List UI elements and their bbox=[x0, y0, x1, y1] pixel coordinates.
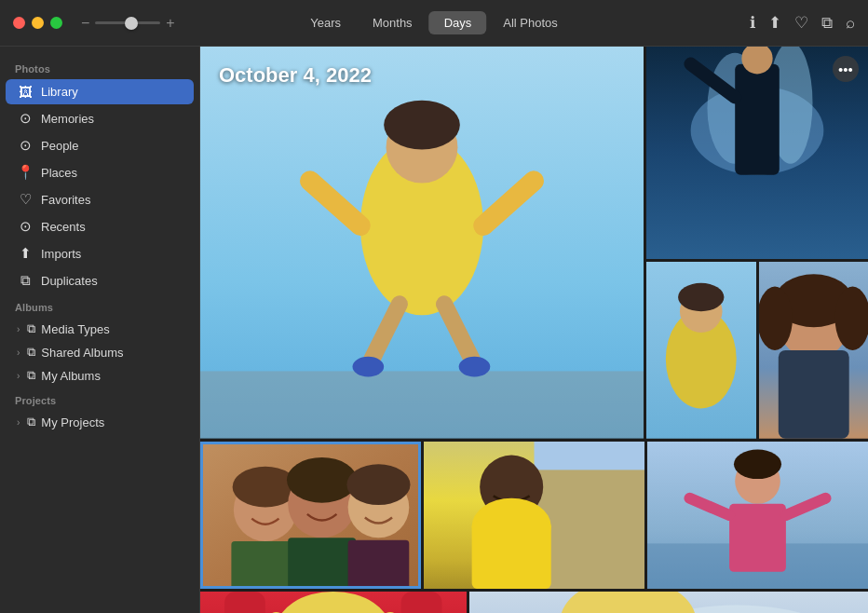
photo-group-selfie bbox=[200, 442, 421, 589]
sidebar-item-people[interactable]: ⊙ People bbox=[6, 132, 194, 158]
photo-cell-woman-dancing[interactable] bbox=[647, 442, 868, 589]
photo-woman-blonde-braids bbox=[469, 592, 868, 613]
imports-icon: ⬆ bbox=[17, 245, 34, 262]
sidebar-item-recents[interactable]: ⊙ Recents bbox=[6, 213, 194, 239]
sidebar-item-memories[interactable]: ⊙ Memories bbox=[6, 105, 194, 131]
photo-cell-main[interactable]: October 4, 2022 bbox=[200, 47, 644, 439]
chevron-icon: › bbox=[17, 417, 20, 428]
sidebar-item-label: Duplicates bbox=[41, 274, 183, 288]
sidebar-item-my-albums[interactable]: › ⧉ My Albums bbox=[6, 364, 194, 387]
view-tabs: Years Months Days All Photos bbox=[295, 11, 573, 34]
tab-all-photos[interactable]: All Photos bbox=[488, 11, 573, 34]
photo-cell-man-yellow[interactable] bbox=[424, 442, 644, 589]
zoom-slider-thumb[interactable] bbox=[125, 17, 138, 30]
info-icon[interactable]: ℹ bbox=[750, 13, 755, 33]
photo-man-yellow-scarf bbox=[424, 442, 644, 589]
recents-icon: ⊙ bbox=[17, 218, 34, 235]
sidebar-item-duplicates[interactable]: ⧉ Duplicates bbox=[6, 267, 194, 293]
favorites-icon: ♡ bbox=[17, 191, 34, 208]
sidebar-item-label: Favorites bbox=[41, 193, 183, 207]
svg-rect-35 bbox=[231, 540, 294, 588]
svg-point-21 bbox=[678, 283, 724, 311]
sidebar-item-my-projects[interactable]: › ⧉ My Projects bbox=[6, 411, 194, 433]
more-options-button[interactable]: ••• bbox=[833, 56, 859, 82]
svg-point-32 bbox=[287, 457, 357, 503]
svg-rect-36 bbox=[288, 538, 356, 589]
tab-days[interactable]: Days bbox=[429, 11, 487, 34]
sidebar-item-library[interactable]: 🖼 Library bbox=[6, 79, 194, 104]
photo-cell-small-left[interactable] bbox=[646, 262, 756, 439]
svg-point-8 bbox=[459, 357, 491, 377]
content-area: October 4, 2022 bbox=[200, 47, 868, 613]
share-icon[interactable]: ⬆ bbox=[768, 13, 781, 33]
svg-rect-1 bbox=[200, 371, 644, 438]
svg-rect-57 bbox=[224, 592, 265, 613]
chevron-icon: › bbox=[17, 371, 20, 381]
duplicates-icon: ⧉ bbox=[17, 272, 34, 289]
zoom-in-icon[interactable]: + bbox=[166, 15, 174, 32]
photo-right-bot bbox=[646, 262, 868, 439]
photo-cell-woman-red[interactable] bbox=[200, 592, 467, 613]
photo-row-3 bbox=[200, 592, 868, 613]
sidebar-item-shared-albums[interactable]: › ⧉ Shared Albums bbox=[6, 341, 194, 363]
media-types-icon: ⧉ bbox=[27, 321, 35, 336]
svg-rect-44 bbox=[472, 521, 551, 589]
memories-icon: ⊙ bbox=[17, 110, 34, 127]
albums-section-label: Albums bbox=[0, 294, 199, 317]
chevron-icon: › bbox=[17, 347, 20, 358]
zoom-slider-track[interactable] bbox=[95, 21, 160, 24]
photo-woman-dancing bbox=[647, 442, 868, 589]
sidebar-item-label: Shared Albums bbox=[41, 346, 123, 360]
svg-rect-49 bbox=[729, 503, 786, 571]
svg-point-34 bbox=[346, 464, 410, 505]
zoom-out-icon[interactable]: − bbox=[81, 15, 89, 32]
photo-cell-small-right[interactable] bbox=[759, 262, 869, 439]
tab-years[interactable]: Years bbox=[295, 11, 356, 34]
sidebar-item-label: Library bbox=[41, 85, 183, 99]
svg-point-64 bbox=[560, 592, 696, 613]
photo-woman-red-gloves bbox=[200, 592, 467, 613]
close-button[interactable] bbox=[13, 17, 25, 29]
sidebar-item-label: Places bbox=[41, 166, 183, 180]
sidebar-item-label: Imports bbox=[41, 247, 183, 261]
shared-albums-icon: ⧉ bbox=[27, 345, 35, 360]
photo-portrait-woman bbox=[759, 262, 869, 439]
photo-cell-group-selfie[interactable] bbox=[200, 442, 421, 589]
photo-cell-woman-blonde[interactable] bbox=[469, 592, 868, 613]
photos-section-label: Photos bbox=[0, 56, 199, 78]
photo-water-scene bbox=[646, 47, 868, 259]
zoom-slider-area: − + bbox=[81, 15, 175, 32]
sidebar-item-label: My Albums bbox=[41, 369, 101, 383]
crop-icon[interactable]: ⧉ bbox=[821, 14, 833, 33]
sidebar-item-favorites[interactable]: ♡ Favorites bbox=[6, 186, 194, 212]
svg-rect-15 bbox=[735, 64, 780, 175]
svg-rect-58 bbox=[401, 592, 442, 613]
projects-section-label: Projects bbox=[0, 388, 199, 410]
sidebar-item-media-types[interactable]: › ⧉ Media Types bbox=[6, 318, 194, 340]
sidebar-item-label: Media Types bbox=[41, 322, 109, 336]
sidebar-item-places[interactable]: 📍 Places bbox=[6, 159, 194, 185]
sidebar-item-label: Memories bbox=[41, 112, 183, 126]
main-area: Photos 🖼 Library ⊙ Memories ⊙ People 📍 P… bbox=[0, 47, 868, 613]
places-icon: 📍 bbox=[17, 164, 34, 181]
svg-point-48 bbox=[734, 449, 781, 479]
sidebar-item-imports[interactable]: ⬆ Imports bbox=[6, 240, 194, 266]
people-icon: ⊙ bbox=[17, 137, 34, 154]
library-icon: 🖼 bbox=[17, 84, 34, 100]
svg-rect-37 bbox=[348, 539, 410, 588]
sidebar: Photos 🖼 Library ⊙ Memories ⊙ People 📍 P… bbox=[0, 47, 200, 613]
titlebar: − + Years Months Days All Photos ℹ ⬆ ♡ ⧉… bbox=[0, 0, 868, 47]
photo-right-column: ••• bbox=[646, 47, 868, 439]
traffic-lights bbox=[0, 17, 62, 29]
photo-main-scene bbox=[200, 47, 644, 439]
search-icon[interactable]: ⌕ bbox=[846, 14, 855, 33]
sidebar-item-label: People bbox=[41, 139, 183, 153]
photo-cell-top-right[interactable]: ••• bbox=[646, 47, 868, 259]
photo-yellow-dress-small bbox=[646, 262, 756, 439]
toolbar-right: ℹ ⬆ ♡ ⧉ ⌕ bbox=[750, 13, 855, 33]
minimize-button[interactable] bbox=[32, 17, 44, 29]
photo-row-1: October 4, 2022 bbox=[200, 47, 868, 439]
tab-months[interactable]: Months bbox=[358, 11, 427, 34]
maximize-button[interactable] bbox=[50, 17, 62, 29]
heart-icon[interactable]: ♡ bbox=[794, 13, 808, 33]
